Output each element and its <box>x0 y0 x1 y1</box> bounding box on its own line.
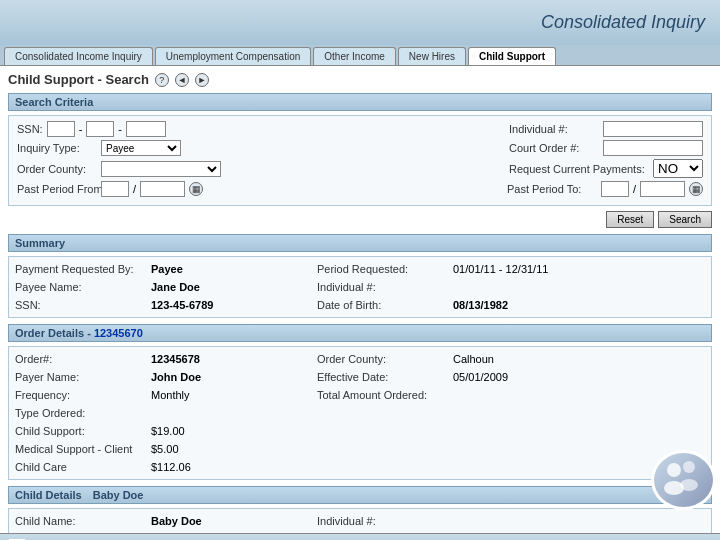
from-year-input[interactable]: 2011 <box>140 181 185 197</box>
child-care-value: $112.06 <box>151 459 311 475</box>
page-title: Child Support - Search <box>8 72 149 87</box>
summary-dob-value: 08/13/1982 <box>453 297 705 313</box>
from-month-input[interactable]: 01 <box>101 181 129 197</box>
payer-name-label: Payer Name: <box>15 369 145 385</box>
reset-button[interactable]: Reset <box>606 211 654 228</box>
order-details-header: Order Details - 12345670 <box>8 324 712 342</box>
child-individual-value <box>453 513 705 529</box>
order-num-label: Order#: <box>15 351 145 367</box>
summary-section: Summary Payment Requested By: Payee Peri… <box>8 234 712 318</box>
svg-point-1 <box>667 463 681 477</box>
child-care-label: Child Care <box>15 459 145 475</box>
search-buttons: Reset Search <box>8 211 712 228</box>
court-order-label: Court Order #: <box>509 140 599 156</box>
header-title: Consolidated Inquiry <box>541 12 705 33</box>
order-county-label: Order County: <box>317 351 447 367</box>
inquiry-type-select[interactable]: Payee Payer <box>101 140 181 156</box>
to-calendar-icon[interactable]: ▦ <box>689 182 703 196</box>
past-period-to-label: Past Period To: <box>507 181 597 197</box>
ssn-part2-input[interactable] <box>86 121 114 137</box>
child-details-section: Child Details Baby Doe Child Name: Baby … <box>8 486 712 533</box>
search-criteria-header: Search Criteria <box>8 93 712 111</box>
child-individual-label: Individual #: <box>317 513 447 529</box>
nav-prev-icon[interactable]: ◄ <box>175 73 189 87</box>
tab-child-support[interactable]: Child Support <box>468 47 556 65</box>
medical-support-label: Medical Support - Client <box>15 441 145 457</box>
type-ordered-value <box>151 405 311 421</box>
order-county-label: Order County: <box>17 161 97 177</box>
photo-circle <box>651 450 716 510</box>
effective-date-value: 05/01/2009 <box>453 369 705 385</box>
individual-num-label: Individual #: <box>317 279 447 295</box>
payee-name-value: Jane Doe <box>151 279 311 295</box>
order-county-value: Calhoun <box>453 351 705 367</box>
order-details-section: Order Details - 12345670 Order#: 1234567… <box>8 324 712 480</box>
ssn-row: SSN: - - Individual #: <box>17 121 703 137</box>
main-content: Child Support - Search ? ◄ ► Search Crit… <box>0 66 720 533</box>
inquiry-type-label: Inquiry Type: <box>17 140 97 156</box>
search-button[interactable]: Search <box>658 211 712 228</box>
child-support-label: Child Support: <box>15 423 145 439</box>
inquiry-type-row: Inquiry Type: Payee Payer Court Order #:… <box>17 140 703 156</box>
type-ordered-label: Type Ordered: <box>15 405 145 421</box>
request-current-select[interactable]: NO YES <box>653 159 703 178</box>
nav-next-icon[interactable]: ► <box>195 73 209 87</box>
summary-header: Summary <box>8 234 712 252</box>
child-details-header: Child Details Baby Doe <box>8 486 712 504</box>
summary-dob-label: Date of Birth: <box>317 297 447 313</box>
period-requested-value: 01/01/11 - 12/31/11 <box>453 261 705 277</box>
child-dob-value: 04/14/2006 <box>453 531 705 533</box>
past-period-from-label: Past Period From: <box>17 181 97 197</box>
court-order-input[interactable]: 12345678 <box>603 140 703 156</box>
frequency-label: Frequency: <box>15 387 145 403</box>
payment-requested-by-value: Payee <box>151 261 311 277</box>
period-requested-label: Period Requested: <box>317 261 447 277</box>
tab-new-hires[interactable]: New Hires <box>398 47 466 65</box>
total-amount-value <box>453 387 705 403</box>
past-period-row: Past Period From: 01 / 2011 ▦ Past Perio… <box>17 181 703 197</box>
search-criteria-section: Search Criteria SSN: - - Individual #: I… <box>8 93 712 228</box>
footer: OWDT <box>0 533 720 540</box>
child-name-value: Baby Doe <box>151 513 311 529</box>
child-support-value: $19.00 <box>151 423 311 439</box>
summary-ssn-value: 123-45-6789 <box>151 297 311 313</box>
tab-other-income[interactable]: Other Income <box>313 47 396 65</box>
payer-name-value: John Doe <box>151 369 311 385</box>
tab-bar: Consolidated Income Inquiry Unemployment… <box>0 45 720 66</box>
child-ssn-label: SSN: <box>15 531 145 533</box>
svg-point-4 <box>680 479 698 491</box>
order-num-value: 12345678 <box>151 351 311 367</box>
header: Consolidated Inquiry <box>0 0 720 45</box>
child-name-label: Child Name: <box>15 513 145 529</box>
individual-num-value <box>453 279 705 295</box>
people-silhouette <box>659 455 709 505</box>
to-month-input[interactable]: 12 <box>601 181 629 197</box>
frequency-value: Monthly <box>151 387 311 403</box>
svg-point-2 <box>683 461 695 473</box>
ssn-part1-input[interactable] <box>47 121 75 137</box>
page-title-row: Child Support - Search ? ◄ ► <box>8 72 712 87</box>
order-county-select[interactable] <box>101 161 221 177</box>
ssn-label: SSN: <box>17 121 43 137</box>
child-ssn-value: 987-65-4321 <box>151 531 311 533</box>
medical-support-value: $5.00 <box>151 441 311 457</box>
payee-name-label: Payee Name: <box>15 279 145 295</box>
payment-requested-by-label: Payment Requested By: <box>15 261 145 277</box>
request-current-label: Request Current Payments: <box>509 161 649 177</box>
tab-consolidated-income[interactable]: Consolidated Income Inquiry <box>4 47 153 65</box>
help-icon[interactable]: ? <box>155 73 169 87</box>
effective-date-label: Effective Date: <box>317 369 447 385</box>
from-calendar-icon[interactable]: ▦ <box>189 182 203 196</box>
tab-unemployment[interactable]: Unemployment Compensation <box>155 47 312 65</box>
individual-input[interactable] <box>603 121 703 137</box>
total-amount-label: Total Amount Ordered: <box>317 387 447 403</box>
order-county-row: Order County: Request Current Payments: … <box>17 159 703 178</box>
child-dob-label: Date of Birth: <box>317 531 447 533</box>
order-details-id: 12345670 <box>94 327 143 339</box>
individual-label: Individual #: <box>509 121 599 137</box>
child-name-header: Baby Doe <box>93 489 144 501</box>
to-year-input[interactable]: 2011 <box>640 181 685 197</box>
ssn-part3-input[interactable] <box>126 121 166 137</box>
summary-ssn-label: SSN: <box>15 297 145 313</box>
